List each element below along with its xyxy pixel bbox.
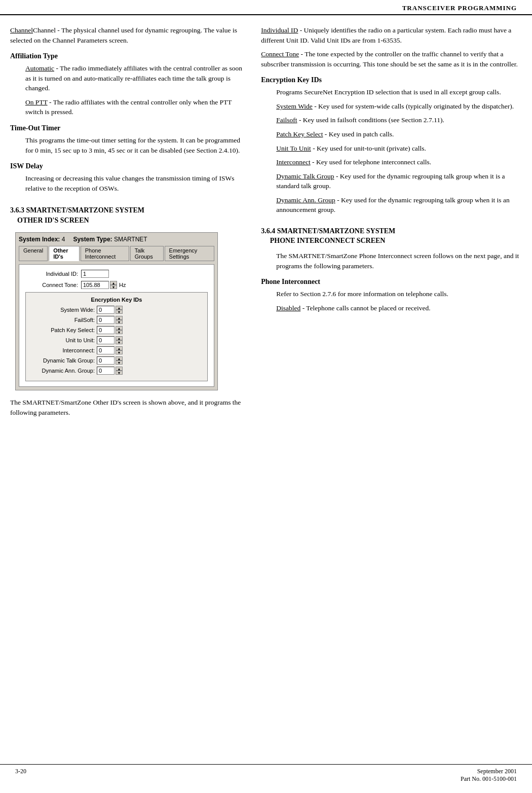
individual-id-field-label: Individual ID: [25,271,81,277]
automatic-label: Automatic [25,64,54,72]
spinner-up[interactable]: ▲ [110,281,117,285]
encryption-group: Encryption Key IDs System Wide: ▲ ▼ Fail… [25,292,208,381]
spinner-down[interactable]: ▼ [116,371,123,375]
header-title: TRANSCEIVER PROGRAMMING [402,4,517,12]
enc-unit-to-unit-label: Unit to Unit: [31,337,97,343]
enc-failsoft-row: FailSoft: ▲ ▼ [31,316,202,324]
screen-inner: Individual ID: Connect Tone: ▲ ▼ Hz Encr… [19,264,214,387]
enc-interconnect-label: Interconnect: [31,347,97,353]
screen-tabs: General Other ID's Phone Interconnect Ta… [19,246,214,261]
individual-id-right-label: Individual ID [261,26,298,34]
enc-unit-to-unit-row: Unit to Unit: ▲ ▼ [31,336,202,344]
system-index-label: System Index: 4 [19,236,65,243]
page-footer: 3-20 September 2001 Part No. 001-5100-00… [0,764,532,783]
enc-dynamic-tg-label: Dynamic Talk Group: [31,357,97,364]
tab-general[interactable]: General [19,246,48,261]
enc-failsoft-label: FailSoft: [31,317,97,323]
system-wide-label: System Wide [276,102,313,110]
spinner-down[interactable]: ▼ [110,285,117,289]
enc-dynamic-tg-input[interactable] [97,356,115,365]
section-363-title: 3.6.3 SMARTNET/SMARTZONE SYSTEM OTHER ID… [10,205,246,225]
dynamic-tg-para: Dynamic Talk Group - Key used for the dy… [276,171,522,191]
system-type-label: System Type: SMARTNET [73,236,147,243]
channel-label: Channel [10,26,33,34]
enc-dynamic-tg-spinner[interactable]: ▲ ▼ [116,356,123,365]
connect-tone-spinner[interactable]: ▲ ▼ [110,281,117,289]
individual-id-input[interactable] [81,270,109,278]
enc-interconnect-row: Interconnect: ▲ ▼ [31,346,202,354]
section-364-intro: The SMARTNET/SmartZone Phone Interconnec… [276,251,522,271]
enc-interconnect-input[interactable] [97,346,115,354]
individual-id-para: Individual ID - Uniquely identifies the … [261,25,522,45]
patch-key-para: Patch Key Select - Key used in patch cal… [276,129,522,139]
connect-tone-input[interactable] [81,281,109,289]
timeout-heading: Time-Out Timer [10,124,246,132]
patch-key-label: Patch Key Select [276,130,323,138]
isw-text: Increasing or decreasing this value chan… [25,173,246,193]
interconnect-right-label: Interconnect [276,158,310,166]
spinner-up[interactable]: ▲ [116,336,123,340]
dynamic-ann-para: Dynamic Ann. Group - Key used for the dy… [276,195,522,215]
individual-id-row: Individual ID: [25,270,208,278]
spinner-down[interactable]: ▼ [116,340,123,344]
enc-unit-to-unit-spinner[interactable]: ▲ ▼ [116,336,123,344]
right-column: Individual ID - Uniquely identifies the … [256,25,522,422]
spinner-up[interactable]: ▲ [116,316,123,320]
page-number: 3-20 [15,768,26,783]
tab-emergency-settings[interactable]: Emergency Settings [165,246,214,261]
enc-system-wide-input[interactable] [97,306,115,314]
screen-desc: The SMARTNET/SmartZone Other ID's screen… [10,398,246,417]
enc-dynamic-ann-row: Dynamic Ann. Group: ▲ ▼ [31,367,202,375]
timeout-text: This programs the time-out timer setting… [25,135,246,155]
encryption-heading: Encryption Key IDs [261,76,522,84]
onptt-para: On PTT - The radio affiliates with the c… [25,97,246,117]
enc-dynamic-ann-spinner[interactable]: ▲ ▼ [116,367,123,375]
spinner-down[interactable]: ▼ [116,361,123,365]
enc-patch-key-label: Patch Key Select: [31,327,97,333]
section-364-title: 3.6.4 SMARTNET/SMARTZONE SYSTEM PHONE IN… [261,226,522,246]
enc-failsoft-input[interactable] [97,316,115,324]
left-column: ChannelChannel - The physical channel us… [10,25,256,422]
spinner-up[interactable]: ▲ [116,306,123,310]
spinner-up[interactable]: ▲ [116,356,123,361]
enc-system-wide-row: System Wide: ▲ ▼ [31,306,202,314]
enc-system-wide-spinner[interactable]: ▲ ▼ [116,306,123,314]
enc-patch-key-input[interactable] [97,326,115,334]
spinner-down[interactable]: ▼ [116,310,123,314]
tab-phone-interconnect[interactable]: Phone Interconnect [81,246,129,261]
phone-interconnect-heading: Phone Interconnect [261,278,522,286]
enc-patch-key-spinner[interactable]: ▲ ▼ [116,326,123,334]
page-header: TRANSCEIVER PROGRAMMING [0,0,532,15]
channel-para: ChannelChannel - The physical channel us… [10,25,246,45]
spinner-down[interactable]: ▼ [116,330,123,334]
spinner-down[interactable]: ▼ [116,320,123,324]
connect-tone-row: Connect Tone: ▲ ▼ Hz [25,281,208,289]
spinner-up[interactable]: ▲ [116,326,123,330]
encryption-title: Encryption Key IDs [31,297,202,303]
interconnect-para: Interconnect - Key used for telephone in… [276,157,522,167]
connect-tone-unit: Hz [119,282,126,288]
screen-title-bar: System Index: 4 System Type: SMARTNET [19,236,214,243]
enc-interconnect-spinner[interactable]: ▲ ▼ [116,346,123,354]
enc-system-wide-label: System Wide: [31,307,97,313]
enc-unit-to-unit-input[interactable] [97,336,115,344]
unit-to-unit-label: Unit To Unit [276,145,311,152]
enc-failsoft-spinner[interactable]: ▲ ▼ [116,316,123,324]
tab-talk-groups[interactable]: Talk Groups [130,246,164,261]
enc-dynamic-ann-input[interactable] [97,367,115,375]
enc-dynamic-ann-label: Dynamic Ann. Group: [31,368,97,374]
encryption-intro: Programs SecureNet Encryption ID selecti… [276,87,522,97]
spinner-up[interactable]: ▲ [116,367,123,371]
automatic-para: Automatic - The radio immediately affili… [25,63,246,93]
spinner-down[interactable]: ▼ [116,350,123,354]
onptt-label: On PTT [25,98,48,106]
unit-to-unit-para: Unit To Unit - Key used for unit-to-unit… [276,143,522,154]
disabled-label: Disabled [276,304,300,312]
main-content: ChannelChannel - The physical channel us… [0,15,532,432]
enc-dynamic-tg-row: Dynamic Talk Group: ▲ ▼ [31,356,202,365]
tab-other-ids[interactable]: Other ID's [49,246,80,261]
affiliation-heading: Affiliation Type [10,52,246,60]
connect-tone-field-label: Connect Tone: [25,282,81,288]
system-wide-para: System Wide - Key used for system-wide c… [276,101,522,112]
spinner-up[interactable]: ▲ [116,346,123,350]
